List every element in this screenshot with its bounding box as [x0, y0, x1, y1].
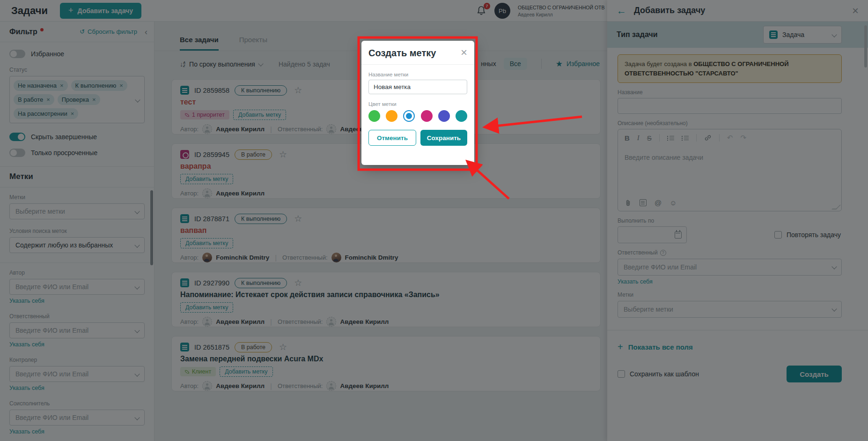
color-swatch[interactable]	[438, 110, 450, 122]
app-root: Задачи + Добавить задачу 7 Pb ОБЩЕСТВО С…	[0, 0, 868, 441]
color-swatch[interactable]	[456, 110, 467, 122]
color-swatch[interactable]	[421, 110, 433, 122]
cancel-button[interactable]: Отменить	[368, 130, 416, 146]
create-label-modal: Создать метку × Название метки Цвет метк…	[361, 41, 474, 165]
modal-title: Создать метку	[368, 48, 436, 59]
color-swatches	[368, 110, 467, 122]
label-color-label: Цвет метки	[368, 101, 467, 107]
divider	[361, 64, 474, 65]
label-name-input[interactable]	[368, 80, 467, 94]
color-swatch[interactable]	[403, 110, 415, 122]
save-button[interactable]: Сохранить	[420, 130, 467, 146]
close-icon[interactable]: ×	[461, 48, 467, 57]
color-swatch[interactable]	[368, 110, 380, 122]
label-name-label: Название метки	[368, 72, 467, 77]
color-swatch[interactable]	[386, 110, 397, 122]
